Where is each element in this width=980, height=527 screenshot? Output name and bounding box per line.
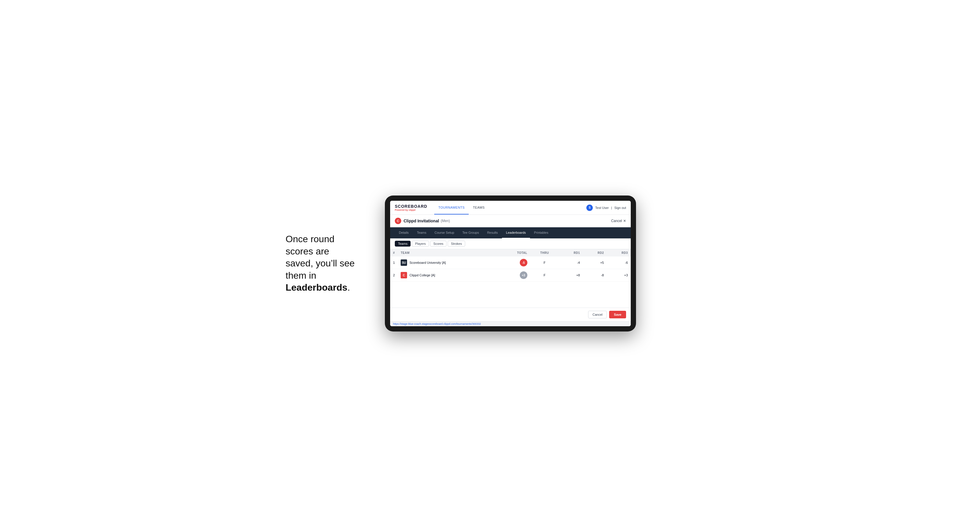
row1-rank: 1 — [390, 257, 398, 269]
save-button[interactable]: Save — [609, 311, 626, 318]
row2-team: C Clippd College [A] — [398, 269, 498, 282]
table-row: 2 C Clippd College [A] +3 F — [390, 269, 631, 282]
team2-score-badge: +3 — [520, 271, 527, 279]
nav-tournaments[interactable]: TOURNAMENTS — [434, 201, 469, 214]
bottom-bar: Cancel Save — [390, 308, 631, 321]
filter-strokes-button[interactable]: Strokes — [448, 241, 465, 246]
separator: | — [611, 206, 612, 210]
col-total: TOTAL — [498, 249, 530, 257]
sub-nav: Details Teams Course Setup Tee Groups Re… — [390, 227, 631, 238]
team1-logo: SU — [401, 259, 407, 266]
desc-line5-bold: Leaderboards — [286, 282, 347, 293]
sign-out-link[interactable]: Sign out — [614, 206, 626, 210]
desc-line2: scores are — [286, 246, 329, 257]
row1-rd3: -6 — [607, 257, 631, 269]
row2-total: +3 — [498, 269, 530, 282]
tab-printables[interactable]: Printables — [530, 227, 552, 238]
tab-leaderboards[interactable]: Leaderboards — [502, 227, 530, 238]
col-team: TEAM — [398, 249, 498, 257]
tab-teams[interactable]: Teams — [413, 227, 430, 238]
row2-rd1: +8 — [559, 269, 583, 282]
url-bar: https://stage-blue-coach.stagesscoreboar… — [390, 321, 631, 326]
table-row: 1 SU Scoreboard University [A] -5 F — [390, 257, 631, 269]
table-header-row: # TEAM TOTAL THRU RD1 RD2 RD3 — [390, 249, 631, 257]
filter-bar: Teams Players Scores Strokes — [390, 238, 631, 249]
top-nav: SCOREBOARD Powered by clippd TOURNAMENTS… — [390, 201, 631, 215]
col-thru: THRU — [530, 249, 559, 257]
team1-name: Scoreboard University [A] — [409, 261, 446, 264]
logo-sub: Powered by clippd — [395, 209, 427, 211]
left-description: Once round scores are saved, you’ll see … — [286, 233, 368, 294]
tab-tee-groups[interactable]: Tee Groups — [458, 227, 483, 238]
tournament-header: C Clippd Invitational (Men) Cancel ✕ — [390, 215, 631, 227]
row1-team: SU Scoreboard University [A] — [398, 257, 498, 269]
col-rank: # — [390, 249, 398, 257]
cancel-button[interactable]: Cancel — [588, 311, 607, 318]
logo-text: SCOREBOARD — [395, 204, 427, 209]
cancel-header-button[interactable]: Cancel ✕ — [611, 219, 626, 223]
filter-teams-button[interactable]: Teams — [395, 241, 410, 246]
desc-line3: saved, you’ll see — [286, 258, 355, 268]
nav-links: TOURNAMENTS TEAMS — [434, 201, 489, 214]
page-wrapper: Once round scores are saved, you’ll see … — [286, 195, 694, 332]
row2-thru: F — [530, 269, 559, 282]
row1-thru: F — [530, 257, 559, 269]
tab-results[interactable]: Results — [483, 227, 502, 238]
user-name: Test User — [595, 206, 609, 210]
logo-area: SCOREBOARD Powered by clippd — [395, 204, 427, 211]
filter-scores-button[interactable]: Scores — [430, 241, 447, 246]
tablet-frame: SCOREBOARD Powered by clippd TOURNAMENTS… — [385, 195, 636, 332]
row1-rd1: -4 — [559, 257, 583, 269]
col-rd3: RD3 — [607, 249, 631, 257]
desc-line1: Once round — [286, 234, 334, 244]
tab-course-setup[interactable]: Course Setup — [430, 227, 458, 238]
user-avatar: S — [586, 205, 593, 211]
desc-line4: them in — [286, 270, 316, 281]
row1-total: -5 — [498, 257, 530, 269]
row1-rd2: +5 — [583, 257, 607, 269]
row2-rd3: +3 — [607, 269, 631, 282]
team1-score-badge: -5 — [520, 259, 527, 267]
tournament-type: (Men) — [441, 219, 450, 223]
filter-players-button[interactable]: Players — [412, 241, 429, 246]
nav-right: S Test User | Sign out — [586, 205, 626, 211]
tablet-screen: SCOREBOARD Powered by clippd TOURNAMENTS… — [390, 201, 631, 326]
row2-rd2: -8 — [583, 269, 607, 282]
row2-rank: 2 — [390, 269, 398, 282]
content-area: # TEAM TOTAL THRU RD1 RD2 RD3 1 — [390, 249, 631, 308]
leaderboard-table: # TEAM TOTAL THRU RD1 RD2 RD3 1 — [390, 249, 631, 282]
tournament-name: Clippd Invitational — [404, 219, 439, 223]
col-rd1: RD1 — [559, 249, 583, 257]
nav-teams[interactable]: TEAMS — [469, 201, 488, 214]
desc-line5-end: . — [347, 282, 350, 293]
col-rd2: RD2 — [583, 249, 607, 257]
team2-name: Clippd College [A] — [409, 273, 435, 277]
tournament-icon: C — [395, 218, 401, 224]
tab-details[interactable]: Details — [395, 227, 413, 238]
team2-logo: C — [401, 272, 407, 278]
